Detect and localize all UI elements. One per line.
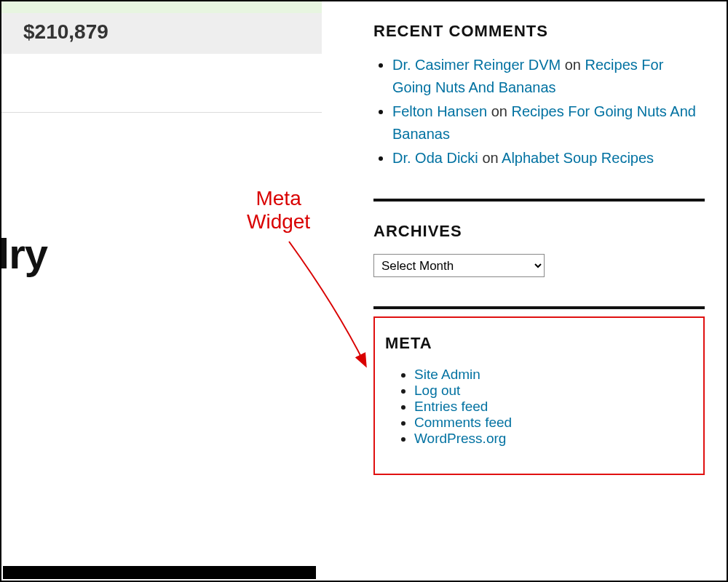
post-heading-fragment: able Jewelry xyxy=(0,229,336,278)
meta-item: Site Admin xyxy=(414,367,695,383)
meta-link-wordpress-org[interactable]: WordPress.org xyxy=(414,431,506,446)
price-table: $180,456 $210,879 xyxy=(0,0,322,54)
meta-widget-highlight: META Site Admin Log out Entries feed Com… xyxy=(373,316,705,475)
meta-item: Entries feed xyxy=(414,399,695,415)
annotation-label: Meta Widget xyxy=(247,187,310,234)
meta-item: WordPress.org xyxy=(414,431,695,447)
comment-post-link[interactable]: Alphabet Soup Recipes xyxy=(502,150,654,166)
widget-title-archives: ARCHIVES xyxy=(373,222,705,241)
recent-comment-item: Dr. Oda Dicki on Alphabet Soup Recipes xyxy=(392,147,705,170)
sidebar: RECENT COMMENTS Dr. Casimer Reinger DVM … xyxy=(373,1,705,475)
meta-item: Log out xyxy=(414,383,695,399)
recent-comment-item: Felton Hansen on Recipes For Going Nuts … xyxy=(392,100,705,146)
meta-list: Site Admin Log out Entries feed Comments… xyxy=(385,367,695,447)
archives-widget: ARCHIVES Select Month xyxy=(373,222,705,277)
widget-title-meta: META xyxy=(385,334,695,353)
recent-comments-widget: RECENT COMMENTS Dr. Casimer Reinger DVM … xyxy=(373,22,705,170)
archives-select[interactable]: Select Month xyxy=(373,254,545,277)
truncated-black-bar xyxy=(3,566,316,579)
comment-author-link[interactable]: Dr. Casimer Reinger DVM xyxy=(392,57,561,73)
recent-comment-item: Dr. Casimer Reinger DVM on Recipes For G… xyxy=(392,54,705,99)
recent-comments-list: Dr. Casimer Reinger DVM on Recipes For G… xyxy=(379,54,705,170)
divider xyxy=(0,112,322,113)
widget-title-recent-comments: RECENT COMMENTS xyxy=(373,22,705,41)
meta-link-comments-feed[interactable]: Comments feed xyxy=(414,415,512,430)
widget-separator xyxy=(373,199,705,202)
comment-author-link[interactable]: Dr. Oda Dicki xyxy=(392,150,478,166)
meta-link-site-admin[interactable]: Site Admin xyxy=(414,367,480,382)
table-row: $180,456 xyxy=(0,0,322,13)
meta-link-entries-feed[interactable]: Entries feed xyxy=(414,399,488,414)
meta-link-log-out[interactable]: Log out xyxy=(414,383,460,398)
post-body-fragment: corper, sem risus varius xyxy=(0,365,336,388)
comment-author-link[interactable]: Felton Hansen xyxy=(392,103,487,119)
table-row: $210,879 xyxy=(0,13,322,54)
meta-item: Comments feed xyxy=(414,415,695,431)
widget-separator xyxy=(373,306,705,309)
